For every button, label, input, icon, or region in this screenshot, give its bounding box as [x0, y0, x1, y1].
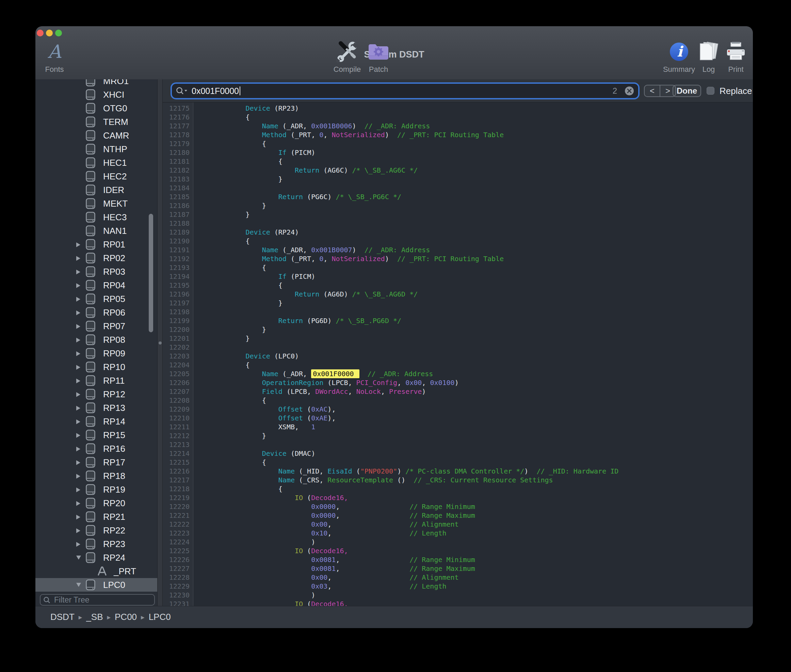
sidebar-item-rp22[interactable]: RP22: [35, 523, 157, 537]
sidebar-item-rp13[interactable]: RP13: [35, 401, 157, 414]
line-number: 12202: [163, 343, 193, 352]
sidebar-item-hec1[interactable]: HEC1: [35, 156, 157, 170]
patch-button[interactable]: Patch: [361, 40, 395, 74]
sidebar-item-hec3[interactable]: HEC3: [35, 210, 157, 224]
sidebar-item-_prt[interactable]: _PRT: [35, 565, 157, 578]
sidebar-item-rp23[interactable]: RP23: [35, 537, 157, 551]
disclosure-right-icon[interactable]: [75, 473, 81, 479]
disclosure-right-icon[interactable]: [75, 296, 81, 302]
sidebar-scrollbar-thumb[interactable]: [149, 214, 153, 332]
sidebar-item-rp24[interactable]: RP24: [35, 551, 157, 565]
disclosure-right-icon[interactable]: [75, 283, 81, 289]
sidebar-item-rp08[interactable]: RP08: [35, 333, 157, 347]
code-editor[interactable]: 12175 Device (RP23)12176 {12177 Name (_A…: [163, 102, 753, 606]
disclosure-right-icon[interactable]: [75, 487, 81, 493]
line-number: 12229: [163, 582, 193, 590]
disclosure-right-icon[interactable]: [75, 378, 81, 384]
log-button[interactable]: Log: [694, 40, 724, 74]
disclosure-right-icon[interactable]: [75, 459, 81, 466]
code-line: 12224 ): [163, 538, 753, 546]
pane-splitter[interactable]: [157, 79, 163, 606]
disclosure-down-icon[interactable]: [75, 555, 81, 561]
sidebar-item-hec2[interactable]: HEC2: [35, 170, 157, 183]
breadcrumb-item[interactable]: LPC0: [149, 612, 171, 622]
sidebar-item-rp14[interactable]: RP14: [35, 414, 157, 428]
sidebar-item-camr[interactable]: CAMR: [35, 129, 157, 142]
sidebar-item-rp16[interactable]: RP16: [35, 442, 157, 456]
code-line-text: }: [193, 299, 283, 307]
sidebar-item-xhci[interactable]: XHCI: [35, 88, 157, 101]
sidebar-item-lpc0[interactable]: LPC0: [35, 578, 157, 592]
find-previous-button[interactable]: <: [645, 85, 660, 96]
disclosure-right-icon[interactable]: [75, 255, 81, 261]
sidebar-item-label: RP10: [103, 360, 125, 374]
sidebar-item-ider[interactable]: IDER: [35, 183, 157, 197]
close-button[interactable]: [37, 30, 43, 37]
disclosure-right-icon[interactable]: [75, 364, 81, 370]
search-magnifier-icon[interactable]: [175, 86, 188, 97]
code-line-text: 0x0081, // Range Maximum: [193, 564, 475, 573]
sidebar-item-rp04[interactable]: RP04: [35, 278, 157, 292]
sidebar-item-term[interactable]: TERM: [35, 115, 157, 129]
disclosure-right-icon[interactable]: [75, 323, 81, 330]
sidebar-item-rp11[interactable]: RP11: [35, 374, 157, 387]
sidebar-item-rp18[interactable]: RP18: [35, 469, 157, 483]
disclosure-right-icon[interactable]: [75, 419, 81, 425]
sidebar-item-rp21[interactable]: RP21: [35, 510, 157, 523]
replace-checkbox[interactable]: [706, 87, 714, 94]
sidebar-item-rp19[interactable]: RP19: [35, 483, 157, 496]
disclosure-right-icon[interactable]: [75, 432, 81, 438]
breadcrumb-item[interactable]: DSDT: [50, 612, 75, 622]
disclosure-right-icon[interactable]: [75, 310, 81, 316]
fonts-button[interactable]: A Fonts: [38, 40, 71, 74]
breadcrumb-item[interactable]: PC00: [115, 612, 137, 622]
sidebar-item-rp12[interactable]: RP12: [35, 387, 157, 401]
compile-button[interactable]: Compile: [330, 40, 364, 74]
line-number: 12227: [163, 564, 193, 573]
sidebar-item-rp09[interactable]: RP09: [35, 347, 157, 360]
done-button[interactable]: Done: [673, 85, 701, 97]
disclosure-right-icon[interactable]: [75, 392, 81, 398]
clear-search-button[interactable]: [625, 86, 634, 96]
search-input[interactable]: 0x001F0000 2: [172, 84, 638, 98]
sidebar-item-rp03[interactable]: RP03: [35, 265, 157, 278]
sidebar-item-rp17[interactable]: RP17: [35, 456, 157, 469]
sidebar-item-rp01[interactable]: RP01: [35, 238, 157, 251]
breadcrumb-item[interactable]: _SB: [86, 612, 103, 622]
zoom-button[interactable]: [55, 30, 62, 37]
print-button[interactable]: Print: [721, 40, 751, 74]
sidebar-item-rp07[interactable]: RP07: [35, 319, 157, 333]
sidebar-item-rp02[interactable]: RP02: [35, 251, 157, 265]
line-number: 12212: [163, 431, 193, 440]
minimize-button[interactable]: [46, 30, 53, 37]
code-line-text: 0x00, // Alignment: [193, 573, 459, 582]
sidebar-item-rp06[interactable]: RP06: [35, 306, 157, 319]
sidebar-item-nan1[interactable]: NAN1: [35, 224, 157, 238]
disclosure-right-icon[interactable]: [75, 337, 81, 343]
disclosure-right-icon[interactable]: [75, 242, 81, 248]
disclosure-down-icon[interactable]: [75, 582, 81, 588]
disclosure-right-icon[interactable]: [75, 528, 81, 534]
sidebar-item-mekt[interactable]: MEKT: [35, 197, 157, 210]
sidebar-item-nthp[interactable]: NTHP: [35, 142, 157, 156]
sidebar-item-otg0[interactable]: OTG0: [35, 101, 157, 115]
code-line: 12194 If (PICM): [163, 272, 753, 281]
sidebar-item-rp05[interactable]: RP05: [35, 292, 157, 306]
disclosure-right-icon[interactable]: [75, 541, 81, 547]
sidebar-item-mro1[interactable]: MRO1: [35, 79, 157, 88]
code-line-text: }: [193, 174, 283, 184]
sidebar-item-rp15[interactable]: RP15: [35, 428, 157, 442]
disclosure-right-icon[interactable]: [75, 269, 81, 275]
disclosure-right-icon[interactable]: [75, 405, 81, 411]
sidebar-item-rp10[interactable]: RP10: [35, 360, 157, 374]
device-icon: [86, 253, 95, 265]
summary-button[interactable]: i Summary: [660, 40, 698, 74]
sidebar-item-rp20[interactable]: RP20: [35, 496, 157, 510]
filter-tree-input[interactable]: Filter Tree: [40, 594, 155, 606]
line-number: 12180: [163, 148, 193, 157]
disclosure-right-icon[interactable]: [75, 501, 81, 507]
disclosure-right-icon[interactable]: [75, 446, 81, 452]
disclosure-right-icon[interactable]: [75, 350, 81, 357]
disclosure-right-icon[interactable]: [75, 514, 81, 520]
device-icon: [86, 212, 95, 224]
